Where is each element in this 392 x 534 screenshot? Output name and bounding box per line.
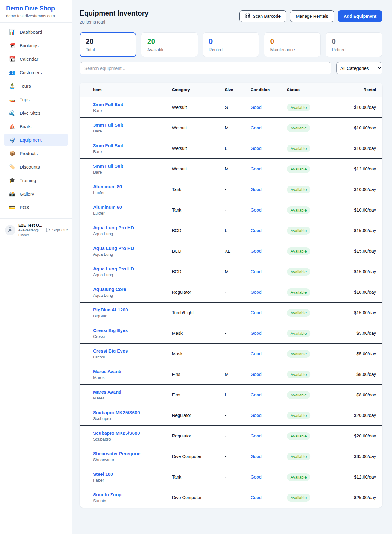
item-name-link[interactable]: 5mm Full Suit: [93, 163, 123, 169]
item-condition-link[interactable]: Good: [251, 433, 261, 438]
item-condition-link[interactable]: Good: [251, 392, 261, 397]
sidebar-item-gallery[interactable]: 📸 Gallery: [4, 188, 68, 200]
table-row[interactable]: Mares Avanti Mares Fins M Good Available…: [80, 364, 382, 385]
item-condition-link[interactable]: Good: [251, 105, 261, 110]
table-row[interactable]: Aluminum 80 Luxfer Tank - Good Available…: [80, 200, 382, 220]
item-size: -: [222, 200, 247, 220]
category-filter-select[interactable]: All Categories: [336, 62, 382, 74]
item-name-link[interactable]: Aqua Lung Pro HD: [93, 246, 134, 251]
sidebar-item-tours[interactable]: 🏝️ Tours: [4, 80, 68, 92]
sidebar-item-bookings[interactable]: 📅 Bookings: [4, 39, 68, 51]
table-row[interactable]: Aqualung Core Aqua Lung Regulator - Good…: [80, 282, 382, 303]
item-condition-link[interactable]: Good: [251, 331, 261, 336]
item-name-link[interactable]: Steel 100: [93, 471, 113, 477]
sidebar-item-dashboard[interactable]: 📊 Dashboard: [4, 26, 68, 38]
item-condition-link[interactable]: Good: [251, 249, 261, 254]
item-brand: Luxfer: [93, 190, 166, 195]
sidebar-item-dive-sites[interactable]: 🌊 Dive Sites: [4, 107, 68, 119]
item-rental-rate: $12.00/day: [332, 467, 382, 487]
table-row[interactable]: 3mm Full Suit Bare Wetsuit L Good Availa…: [80, 138, 382, 159]
item-condition-link[interactable]: Good: [251, 146, 261, 151]
item-condition-link[interactable]: Good: [251, 495, 261, 500]
item-category: Mask: [169, 344, 222, 364]
item-brand: Bare: [93, 129, 166, 133]
sidebar-item-calendar[interactable]: 📆 Calendar: [4, 53, 68, 65]
item-condition-link[interactable]: Good: [251, 413, 261, 418]
item-condition-link[interactable]: Good: [251, 228, 261, 233]
status-badge: Available: [287, 227, 311, 235]
item-condition-link[interactable]: Good: [251, 351, 261, 356]
sidebar-item-pos[interactable]: 💳 POS: [4, 201, 68, 213]
stat-card-maintenance[interactable]: 0 Maintenance: [264, 32, 321, 57]
item-name-link[interactable]: Suunto Zoop: [93, 492, 121, 497]
item-size: M: [222, 364, 247, 385]
table-row[interactable]: Aqua Lung Pro HD Aqua Lung BCD M Good Av…: [80, 261, 382, 282]
stat-card-available[interactable]: 20 Available: [141, 32, 198, 57]
sidebar-item-customers[interactable]: 👥 Customers: [4, 66, 68, 78]
table-row[interactable]: Suunto Zoop Suunto Dive Computer - Good …: [80, 487, 382, 508]
item-brand: Mares: [93, 396, 166, 400]
sidebar-item-boats[interactable]: ⛵ Boats: [4, 120, 68, 132]
table-row[interactable]: Aqua Lung Pro HD Aqua Lung BCD L Good Av…: [80, 220, 382, 241]
item-size: M: [222, 118, 247, 138]
item-condition-link[interactable]: Good: [251, 475, 261, 479]
stat-card-total[interactable]: 20 Total: [80, 32, 136, 57]
item-name-link[interactable]: BigBlue AL1200: [93, 307, 128, 312]
sidebar-item-discounts[interactable]: 🏷️ Discounts: [4, 161, 68, 173]
item-name-link[interactable]: Cressi Big Eyes: [93, 328, 128, 333]
status-badge: Available: [287, 268, 311, 276]
item-name-link[interactable]: Mares Avanti: [93, 389, 121, 395]
item-name-link[interactable]: Scubapro MK25/S600: [93, 410, 140, 415]
stat-card-rented[interactable]: 0 Rented: [203, 32, 259, 57]
page-title-block: Equipment Inventory 20 items total: [80, 8, 149, 25]
item-name-link[interactable]: Mares Avanti: [93, 369, 121, 374]
manage-rentals-button[interactable]: Manage Rentals: [290, 10, 334, 22]
brand-title[interactable]: Demo Dive Shop: [6, 5, 66, 12]
table-row[interactable]: Scubapro MK25/S600 Scubapro Regulator - …: [80, 426, 382, 446]
table-row[interactable]: Cressi Big Eyes Cressi Mask - Good Avail…: [80, 344, 382, 364]
scan-barcode-button[interactable]: Scan Barcode: [239, 10, 286, 22]
item-condition-link[interactable]: Good: [251, 290, 261, 295]
item-name-link[interactable]: Aqualung Core: [93, 287, 126, 292]
sidebar-item-trips[interactable]: 🚤 Trips: [4, 93, 68, 105]
item-name-link[interactable]: 3mm Full Suit: [93, 143, 123, 148]
scan-barcode-label: Scan Barcode: [253, 14, 281, 19]
equipment-icon: 🤿: [9, 137, 15, 143]
sidebar-item-products[interactable]: 📦 Products: [4, 147, 68, 159]
table-row[interactable]: Steel 100 Faber Tank - Good Available $1…: [80, 467, 382, 487]
item-name-link[interactable]: Aluminum 80: [93, 204, 122, 210]
table-row[interactable]: Mares Avanti Mares Fins L Good Available…: [80, 385, 382, 405]
stat-card-retired[interactable]: 0 Retired: [326, 32, 382, 57]
item-name-link[interactable]: Aqua Lung Pro HD: [93, 225, 134, 230]
item-name-link[interactable]: 3mm Full Suit: [93, 102, 123, 107]
item-name-link[interactable]: Aqua Lung Pro HD: [93, 266, 134, 271]
table-row[interactable]: 3mm Full Suit Bare Wetsuit S Good Availa…: [80, 97, 382, 118]
item-name-link[interactable]: Aluminum 80: [93, 184, 122, 189]
table-row[interactable]: Shearwater Peregrine Shearwater Dive Com…: [80, 446, 382, 467]
table-row[interactable]: Aqua Lung Pro HD Aqua Lung BCD XL Good A…: [80, 241, 382, 261]
item-condition-link[interactable]: Good: [251, 372, 261, 377]
sign-out-button[interactable]: Sign Out: [46, 227, 68, 233]
item-condition-link[interactable]: Good: [251, 187, 261, 192]
item-condition-link[interactable]: Good: [251, 310, 261, 315]
item-condition-link[interactable]: Good: [251, 269, 261, 274]
table-row[interactable]: 3mm Full Suit Bare Wetsuit M Good Availa…: [80, 118, 382, 138]
table-row[interactable]: BigBlue AL1200 BigBlue Torch/Light - Goo…: [80, 303, 382, 323]
item-name-link[interactable]: Scubapro MK25/S600: [93, 430, 140, 436]
item-condition-link[interactable]: Good: [251, 166, 261, 171]
sidebar-item-training[interactable]: 🎓 Training: [4, 174, 68, 186]
table-row[interactable]: 5mm Full Suit Bare Wetsuit M Good Availa…: [80, 159, 382, 179]
table-row[interactable]: Aluminum 80 Luxfer Tank - Good Available…: [80, 179, 382, 200]
item-name-link[interactable]: Cressi Big Eyes: [93, 348, 128, 353]
item-condition-link[interactable]: Good: [251, 454, 261, 459]
table-row[interactable]: Cressi Big Eyes Cressi Mask - Good Avail…: [80, 323, 382, 344]
item-name-link[interactable]: Shearwater Peregrine: [93, 451, 140, 456]
sidebar-item-label: Dive Sites: [20, 110, 40, 116]
sidebar-item-equipment[interactable]: 🤿 Equipment: [4, 134, 68, 146]
add-equipment-button[interactable]: Add Equipment: [338, 10, 382, 22]
item-name-link[interactable]: 3mm Full Suit: [93, 122, 123, 128]
search-input[interactable]: [80, 62, 331, 74]
table-row[interactable]: Scubapro MK25/S600 Scubapro Regulator - …: [80, 405, 382, 426]
item-condition-link[interactable]: Good: [251, 208, 261, 212]
item-condition-link[interactable]: Good: [251, 125, 261, 130]
